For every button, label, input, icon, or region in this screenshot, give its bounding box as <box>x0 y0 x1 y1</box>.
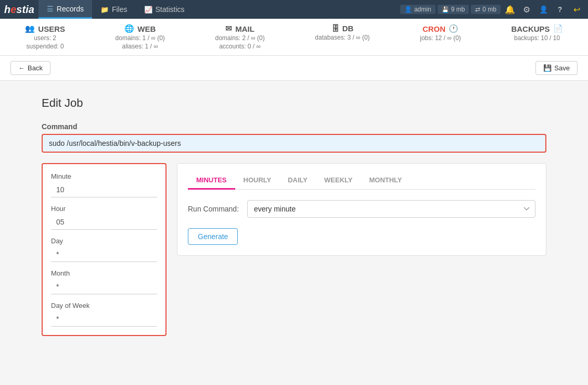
arrow-left-icon: ← <box>18 64 25 72</box>
mail-icon: ✉ <box>225 24 232 33</box>
nav-records[interactable]: ☰ Records <box>39 0 92 19</box>
transfer-icon: ⇄ <box>475 6 480 13</box>
tab-minutes[interactable]: MINUTES <box>188 172 235 190</box>
hour-label: Hour <box>51 205 157 213</box>
hdd-icon: 💾 <box>442 6 449 13</box>
stat-mail-detail1: domains: 2 / ∞ (0) <box>215 34 264 42</box>
scheduler-tabs: MINUTES HOURLY DAILY WEEKLY MONTHLY <box>188 172 535 190</box>
db-icon: 🗄 <box>331 24 339 33</box>
hour-input[interactable] <box>51 215 157 230</box>
stat-db-label: 🗄 DB <box>315 24 369 33</box>
clock-icon: 🕐 <box>449 24 458 33</box>
nav-files[interactable]: 📁 Files <box>92 0 136 19</box>
stat-cron-label: CRON 🕐 <box>420 24 461 33</box>
profile-button[interactable]: 👤 <box>536 2 551 17</box>
minute-group: Minute <box>51 172 157 197</box>
topnav: hestia ☰ Records 📁 Files 📈 Statistics 👤 … <box>0 0 588 19</box>
save-icon: 💾 <box>543 64 552 72</box>
files-icon: 📁 <box>100 6 109 14</box>
stat-users-detail2: suspended: 0 <box>25 43 65 50</box>
user-icon: 👤 <box>404 6 412 13</box>
logo: hestia <box>4 4 34 16</box>
backup-icon: 📄 <box>553 24 563 33</box>
page-title: Edit Job <box>42 96 546 110</box>
transfer-value: 0 mb <box>482 6 496 13</box>
records-icon: ☰ <box>47 5 54 13</box>
month-group: Month <box>51 269 157 294</box>
back-label: Back <box>28 64 43 72</box>
minute-label: Minute <box>51 172 157 180</box>
day-label: Day <box>51 237 157 245</box>
stat-web-detail1: domains: 1 / ∞ (0) <box>116 34 165 42</box>
hour-group: Hour <box>51 205 157 230</box>
stat-backups[interactable]: BACKUPS 📄 backups: 10 / 10 <box>511 24 563 50</box>
cron-label-text: CRON <box>423 24 445 33</box>
stat-mail-detail2: accounts: 0 / ∞ <box>215 43 264 50</box>
stat-mail-label: ✉ MAIL <box>215 24 264 33</box>
main-content: Edit Job Command Minute Hour Day Month D <box>0 81 588 352</box>
stat-cron[interactable]: CRON 🕐 jobs: 12 / ∞ (0) <box>420 24 461 50</box>
generate-button[interactable]: Generate <box>188 228 238 245</box>
minute-input[interactable] <box>51 182 157 197</box>
dayofweek-label: Day of Week <box>51 302 157 309</box>
backups-label-text: BACKUPS <box>511 24 549 33</box>
scheduler-box: MINUTES HOURLY DAILY WEEKLY MONTHLY Run … <box>177 163 546 256</box>
tab-hourly[interactable]: HOURLY <box>235 172 280 190</box>
stat-web[interactable]: 🌐 WEB domains: 1 / ∞ (0) aliases: 1 / ∞ <box>116 24 165 50</box>
nav-records-label: Records <box>57 5 84 13</box>
transfer-badge: ⇄ 0 mb <box>471 5 501 14</box>
day-group: Day <box>51 237 157 262</box>
run-command-label: Run Command: <box>188 205 239 213</box>
nav-statistics[interactable]: 📈 Statistics <box>136 0 193 19</box>
stat-db-detail1: databases: 3 / ∞ (0) <box>315 34 369 41</box>
topnav-right: 👤 admin 💾 9 mb ⇄ 0 mb 🔔 ⚙ 👤 ? ↩ <box>400 2 584 17</box>
username: admin <box>414 6 431 13</box>
stat-users-label: 👥 USERS <box>25 24 65 33</box>
stat-cron-detail1: jobs: 12 / ∞ (0) <box>420 34 461 42</box>
back-button[interactable]: ← Back <box>10 61 50 75</box>
stat-backups-label: BACKUPS 📄 <box>511 24 563 33</box>
notifications-button[interactable]: 🔔 <box>503 2 517 17</box>
tab-weekly[interactable]: WEEKLY <box>316 172 361 190</box>
command-label: Command <box>42 122 546 131</box>
help-button[interactable]: ? <box>553 2 567 17</box>
stat-web-detail2: aliases: 1 / ∞ <box>116 43 165 50</box>
save-label: Save <box>554 64 570 72</box>
dayofweek-input[interactable] <box>51 312 157 327</box>
stat-db[interactable]: 🗄 DB databases: 3 / ∞ (0) <box>315 24 369 50</box>
ram-value: 9 mb <box>451 6 465 13</box>
month-label: Month <box>51 269 157 277</box>
user-badge: 👤 admin <box>400 5 436 14</box>
nav-files-label: Files <box>112 5 127 14</box>
tab-daily[interactable]: DAILY <box>279 172 316 190</box>
stat-backups-detail1: backups: 10 / 10 <box>511 34 563 42</box>
stat-users[interactable]: 👥 USERS users: 2 suspended: 0 <box>25 24 65 50</box>
run-command-row: Run Command: every minute every 2 minute… <box>188 200 535 218</box>
stat-users-detail1: users: 2 <box>25 34 65 42</box>
statistics-icon: 📈 <box>144 6 152 14</box>
web-icon: 🌐 <box>124 24 134 33</box>
nav-statistics-label: Statistics <box>156 5 185 14</box>
command-input[interactable] <box>42 134 546 153</box>
nav-items: ☰ Records 📁 Files 📈 Statistics <box>39 0 400 19</box>
cron-row: Minute Hour Day Month Day of Week <box>42 163 546 336</box>
tab-monthly[interactable]: MONTHLY <box>361 172 410 190</box>
signout-button[interactable]: ↩ <box>569 2 584 17</box>
ram-badge: 💾 9 mb <box>438 5 469 14</box>
statsbar: 👥 USERS users: 2 suspended: 0 🌐 WEB doma… <box>0 19 588 56</box>
stat-mail[interactable]: ✉ MAIL domains: 2 / ∞ (0) accounts: 0 / … <box>215 24 264 50</box>
users-icon: 👥 <box>25 24 35 33</box>
stat-web-label: 🌐 WEB <box>116 24 165 33</box>
toolbar: ← Back 💾 Save <box>0 56 588 81</box>
save-button[interactable]: 💾 Save <box>535 61 578 75</box>
month-input[interactable] <box>51 279 157 294</box>
generate-label: Generate <box>198 232 228 241</box>
day-input[interactable] <box>51 247 157 262</box>
dayofweek-group: Day of Week <box>51 302 157 327</box>
run-command-select[interactable]: every minute every 2 minutes every 5 min… <box>247 200 535 218</box>
settings-button[interactable]: ⚙ <box>519 2 534 17</box>
cron-fields-box: Minute Hour Day Month Day of Week <box>42 163 167 336</box>
